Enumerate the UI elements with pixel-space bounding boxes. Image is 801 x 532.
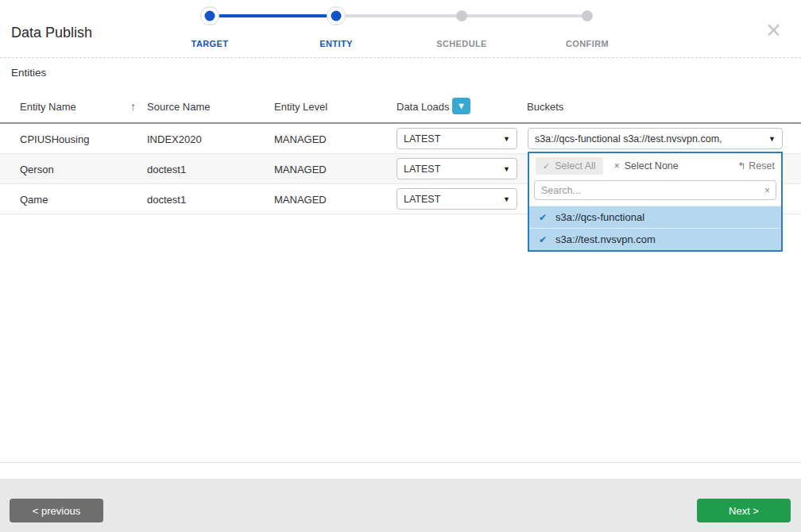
reset-button[interactable]: ↰ Reset [737, 160, 775, 172]
close-icon[interactable]: ✕ [765, 21, 782, 40]
previous-button[interactable]: < previous [10, 499, 103, 522]
buckets-dropdown-panel: ✓ Select All × Select None ↰ Reset × ✔ s… [528, 152, 783, 252]
chevron-down-icon: ▼ [768, 135, 776, 143]
step-dot-fill [331, 11, 342, 21]
step-label-confirm: CONFIRM [532, 39, 643, 48]
next-button[interactable]: Next > [697, 499, 791, 522]
page-title: Data Publish [11, 25, 92, 41]
bucket-option-label: s3a://qcs-functional [555, 211, 644, 223]
step-dot-target[interactable] [200, 6, 219, 25]
reset-icon: ↰ [737, 160, 745, 172]
step-label-schedule: SCHEDULE [406, 39, 517, 48]
bucket-option-label: s3a://test.nvsvpn.com [555, 233, 656, 245]
data-loads-filter-button[interactable]: ▼ [452, 98, 470, 114]
entities-heading: Entities [11, 67, 46, 79]
step-dot-entity[interactable] [327, 6, 346, 25]
search-input[interactable] [534, 180, 776, 200]
table-row: CPIUSHousing INDEX2020 MANAGED LATEST ▼ … [0, 124, 801, 154]
cell-entity-level: MANAGED [274, 133, 327, 145]
buckets-dropdown-actions: ✓ Select All × Select None ↰ Reset [529, 153, 781, 179]
cell-entity-name: Qerson [20, 163, 54, 175]
chevron-down-icon: ▼ [503, 135, 510, 143]
step-label-entity[interactable]: ENTITY [281, 39, 392, 48]
data-loads-select[interactable]: LATEST ▼ [397, 128, 517, 149]
stepper-connector-upcoming [462, 14, 587, 17]
column-header-entity-name[interactable]: Entity Name [20, 101, 76, 113]
step-dot-schedule [456, 10, 467, 21]
chevron-down-icon: ▼ [503, 165, 510, 173]
header-divider [0, 57, 801, 58]
step-dot-fill [205, 11, 215, 21]
data-loads-select[interactable]: LATEST ▼ [397, 158, 517, 179]
stepper-connector-upcoming [336, 14, 462, 17]
cell-source-name: doctest1 [147, 193, 186, 205]
column-header-entity-level[interactable]: Entity Level [274, 101, 327, 113]
select-all-button[interactable]: ✓ Select All [536, 157, 603, 175]
column-header-buckets: Buckets [527, 101, 563, 113]
bucket-option[interactable]: ✔ s3a://test.nvsvpn.com [529, 228, 781, 250]
cross-icon: × [614, 160, 620, 172]
check-icon: ✓ [543, 161, 550, 172]
check-icon: ✔ [539, 234, 547, 245]
cell-entity-level: MANAGED [274, 193, 327, 205]
select-none-label: Select None [625, 160, 679, 172]
check-icon: ✔ [539, 212, 547, 223]
bucket-option[interactable]: ✔ s3a://qcs-functional [529, 206, 781, 228]
sort-ascending-icon[interactable]: ↑ [130, 100, 136, 113]
buckets-search: × [534, 180, 776, 200]
data-loads-selected-value: LATEST [404, 194, 440, 205]
step-label-target[interactable]: TARGET [154, 39, 265, 48]
cell-entity-name: Qame [20, 193, 48, 205]
stepper-connector-complete [210, 14, 336, 17]
clear-search-icon[interactable]: × [764, 186, 770, 195]
data-loads-selected-value: LATEST [404, 164, 440, 175]
buckets-multiselect[interactable]: s3a://qcs-functional s3a://test.nvsvpn.c… [528, 128, 783, 149]
cell-source-name: INDEX2020 [147, 133, 202, 145]
chevron-down-icon: ▼ [457, 102, 466, 110]
wizard-stepper: TARGET ENTITY SCHEDULE CONFIRM [0, 0, 801, 56]
select-all-label: Select All [555, 160, 595, 172]
buckets-selected-value: s3a://qcs-functional s3a://test.nvsvpn.c… [535, 133, 722, 145]
content-footer-divider [0, 462, 801, 463]
footer-bar: < previous Next > [0, 479, 801, 532]
column-header-source-name[interactable]: Source Name [147, 101, 210, 113]
column-header-data-loads[interactable]: Data Loads [397, 101, 450, 113]
data-loads-selected-value: LATEST [404, 133, 440, 145]
data-publish-dialog: TARGET ENTITY SCHEDULE CONFIRM Data Publ… [0, 0, 801, 532]
cell-entity-name: CPIUSHousing [20, 133, 89, 145]
cell-entity-level: MANAGED [274, 163, 327, 175]
data-loads-select[interactable]: LATEST ▼ [397, 188, 517, 210]
reset-label: Reset [749, 160, 775, 172]
select-none-button[interactable]: × Select None [614, 160, 679, 172]
step-dot-confirm [582, 10, 593, 21]
chevron-down-icon: ▼ [503, 195, 510, 203]
cell-source-name: doctest1 [147, 163, 186, 175]
